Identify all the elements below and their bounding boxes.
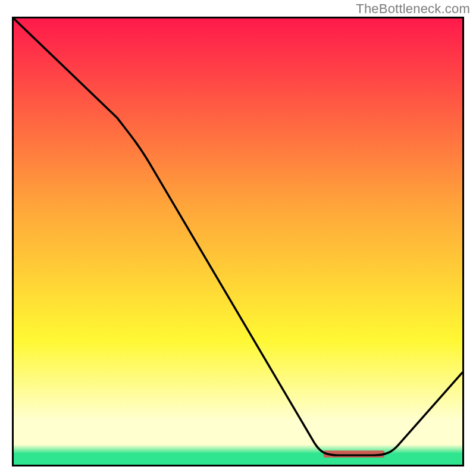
watermark-text: TheBottleneck.com [356,1,470,17]
chart-frame: TheBottleneck.com [0,0,476,476]
chart-svg [14,18,462,465]
gradient-background [14,18,462,465]
plot-area [12,17,464,466]
